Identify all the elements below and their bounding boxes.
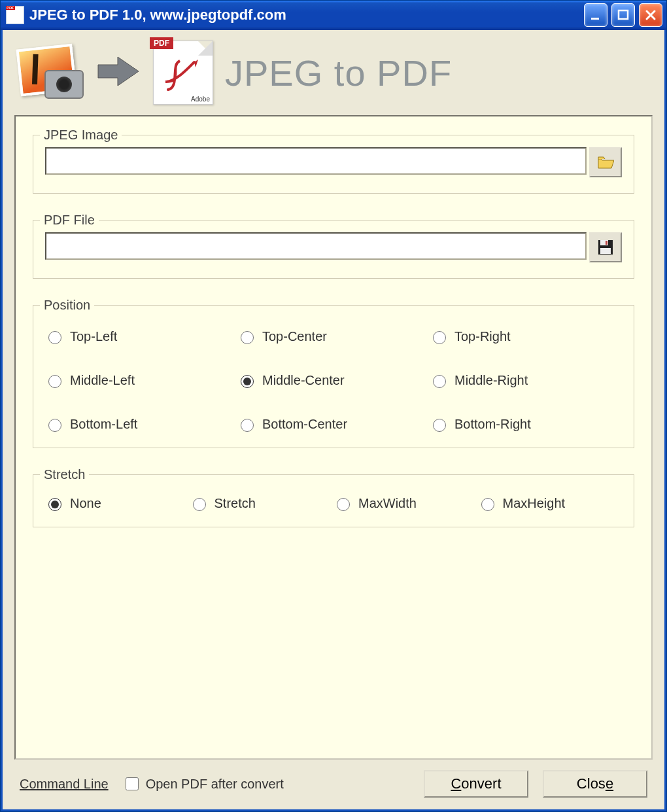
stretch-option-label: Stretch [214, 496, 256, 511]
position-option-label: Middle-Left [70, 373, 135, 388]
position-option-label: Bottom-Center [262, 417, 347, 432]
position-option-label: Middle-Right [454, 373, 528, 388]
open-pdf-after-checkbox[interactable] [126, 777, 139, 790]
stretch-option-stretch[interactable]: Stretch [190, 496, 334, 511]
app-window: JPEG to PDF 1.0, www.jpegtopdf.com PDF [0, 0, 667, 812]
stretch-legend: Stretch [40, 467, 89, 482]
stretch-option-maxwidth[interactable]: MaxWidth [334, 496, 478, 511]
svg-rect-4 [606, 241, 607, 245]
position-radio[interactable] [241, 419, 254, 432]
stretch-option-label: None [70, 496, 101, 511]
position-option-label: Bottom-Right [454, 417, 531, 432]
position-radio[interactable] [48, 375, 61, 388]
stretch-radio[interactable] [481, 498, 494, 511]
close-icon [644, 9, 657, 22]
position-option-middle-left[interactable]: Middle-Left [45, 373, 237, 388]
position-option-middle-center[interactable]: Middle-Center [237, 373, 430, 388]
arrow-right-icon [95, 53, 141, 93]
maximize-button[interactable] [611, 3, 635, 27]
pdf-file-input[interactable] [45, 232, 587, 260]
stretch-option-none[interactable]: None [45, 496, 190, 511]
header-row: PDF Adobe JPEG to PDF [14, 38, 653, 115]
position-radio[interactable] [241, 331, 254, 344]
save-pdf-button[interactable] [589, 232, 622, 262]
title-bar: JPEG to PDF 1.0, www.jpegtopdf.com [1, 1, 666, 30]
position-option-middle-right[interactable]: Middle-Right [430, 373, 622, 388]
jpeg-image-input[interactable] [45, 147, 587, 175]
position-option-label: Middle-Center [262, 373, 345, 388]
client-area: PDF Adobe JPEG to PDF JPEG Image [1, 30, 666, 811]
pdf-file-icon: PDF Adobe [153, 41, 213, 105]
position-option-top-right[interactable]: Top-Right [430, 329, 622, 344]
minimize-button[interactable] [584, 3, 607, 27]
position-radio[interactable] [48, 419, 61, 432]
stretch-radio[interactable] [337, 498, 350, 511]
command-line-link[interactable]: Command Line [20, 777, 109, 792]
pdf-file-group: PDF File [33, 220, 634, 279]
floppy-disk-icon [597, 239, 614, 256]
adobe-label: Adobe [191, 96, 210, 103]
app-heading: JPEG to PDF [225, 52, 452, 94]
pdf-badge: PDF [150, 37, 173, 49]
folder-open-icon [597, 154, 614, 171]
position-group: Position Top-LeftTop-CenterTop-RightMidd… [33, 305, 634, 448]
position-option-bottom-right[interactable]: Bottom-Right [430, 417, 622, 432]
window-title: JPEG to PDF 1.0, www.jpegtopdf.com [29, 7, 580, 24]
pdf-file-legend: PDF File [40, 213, 99, 228]
convert-button[interactable]: Convert [424, 770, 528, 798]
stretch-option-label: MaxHeight [503, 496, 566, 511]
footer-bar: Command Line Open PDF after convert Conv… [14, 760, 653, 798]
position-option-label: Bottom-Left [70, 417, 137, 432]
stretch-radio[interactable] [193, 498, 206, 511]
adobe-swoosh-icon [160, 58, 199, 91]
position-radio[interactable] [433, 375, 446, 388]
stretch-option-maxheight[interactable]: MaxHeight [478, 496, 623, 511]
main-panel: JPEG Image PDF File [14, 115, 653, 760]
position-option-bottom-left[interactable]: Bottom-Left [45, 417, 237, 432]
jpeg-image-group: JPEG Image [33, 135, 634, 194]
svg-rect-1 [619, 10, 628, 19]
position-option-label: Top-Left [70, 329, 117, 344]
position-radio[interactable] [433, 331, 446, 344]
position-option-label: Top-Right [454, 329, 511, 344]
maximize-icon [617, 9, 630, 22]
app-icon [6, 6, 24, 24]
position-option-bottom-center[interactable]: Bottom-Center [237, 417, 430, 432]
position-radio[interactable] [433, 419, 446, 432]
position-radio[interactable] [48, 331, 61, 344]
position-option-top-left[interactable]: Top-Left [45, 329, 237, 344]
close-app-button[interactable]: Close [543, 770, 647, 798]
svg-rect-5 [600, 248, 611, 254]
minimize-icon [589, 9, 602, 22]
position-radio[interactable] [241, 375, 254, 388]
position-option-label: Top-Center [262, 329, 327, 344]
position-option-top-center[interactable]: Top-Center [237, 329, 430, 344]
position-legend: Position [40, 298, 94, 313]
stretch-option-label: MaxWidth [358, 496, 417, 511]
open-pdf-after-label: Open PDF after convert [146, 777, 284, 792]
browse-jpeg-button[interactable] [589, 147, 622, 177]
stretch-radio[interactable] [48, 498, 61, 511]
photo-camera-icon [18, 46, 84, 99]
close-button[interactable] [639, 3, 662, 27]
jpeg-image-legend: JPEG Image [40, 128, 122, 143]
svg-rect-0 [591, 18, 599, 20]
stretch-group: Stretch NoneStretchMaxWidthMaxHeight [33, 474, 634, 527]
